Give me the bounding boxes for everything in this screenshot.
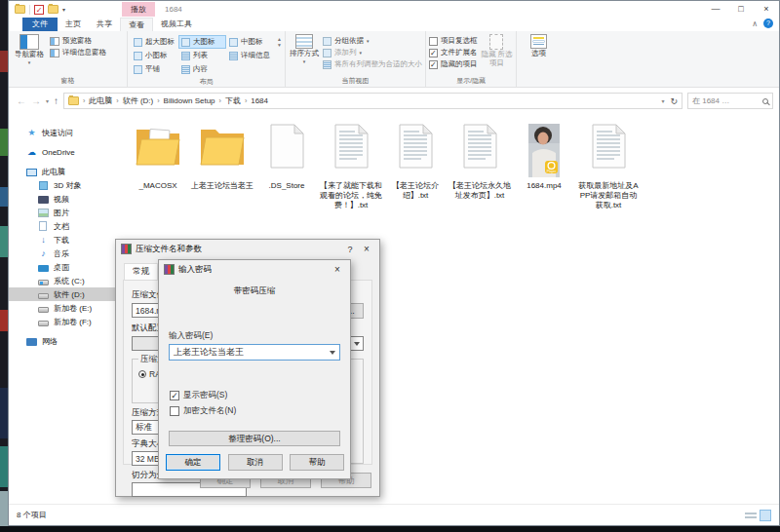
address-dropdown-chevron-icon[interactable]: ▾ [661, 97, 664, 104]
breadcrumb[interactable]: › 此电脑 › 软件 (D:) › Bilidown Setup › 下载 › … [63, 93, 682, 109]
customize-qat-chevron-icon[interactable]: ▾ [62, 6, 65, 13]
sidebar-item-drive-d[interactable]: 软件 (D:) [9, 287, 118, 301]
file-tile[interactable]: 获取最新地址及APP请发邮箱自动获取.txt [576, 124, 641, 210]
close-icon[interactable]: × [358, 244, 375, 254]
file-tile[interactable]: 【来了就能下载和观看的论坛，纯免费！】.txt [319, 124, 383, 210]
group-by-button[interactable]: 分组依据▾ [323, 36, 422, 46]
tab-view[interactable]: 查看 [120, 18, 153, 31]
sidebar-item-downloads[interactable]: ↓下载 [9, 233, 118, 247]
sidebar-item-videos[interactable]: 视频 [9, 192, 118, 206]
contextual-tab-group-label[interactable]: 播放 [122, 2, 155, 17]
scroll-down-icon[interactable]: ▼ [277, 42, 282, 48]
drive-icon [38, 307, 49, 313]
up-icon[interactable]: ↑ [54, 95, 58, 106]
new-folder-icon[interactable] [48, 5, 58, 14]
tab-home[interactable]: 主页 [58, 18, 89, 31]
view-content[interactable]: 内容 [178, 62, 226, 76]
file-tile[interactable]: _MACOSX [126, 124, 190, 191]
sidebar-item-this-pc[interactable]: 此电脑 [9, 165, 118, 178]
view-list[interactable]: 列表 [178, 49, 226, 62]
file-tile[interactable]: Player 1684.mp4 [512, 124, 576, 191]
help-icon[interactable]: ? [342, 245, 358, 254]
back-icon[interactable]: ← [17, 95, 26, 106]
close-button[interactable]: × [754, 1, 779, 18]
password-input[interactable]: 上老王论坛当老王 [169, 344, 340, 361]
tab-general[interactable]: 常规 [124, 263, 158, 280]
extra-large-icons-icon [134, 38, 142, 47]
tab-file[interactable]: 文件 [22, 18, 58, 31]
refresh-icon[interactable]: ↻ [670, 96, 678, 106]
recent-locations-chevron-icon[interactable]: ▾ [46, 97, 49, 104]
breadcrumb-downloads[interactable]: 下载 [225, 95, 241, 106]
hidden-items-label: 隐藏的项目 [441, 59, 478, 69]
collapse-ribbon-icon[interactable]: ∧ [752, 19, 758, 28]
close-icon[interactable]: × [329, 264, 346, 275]
maximize-button[interactable]: □ [728, 1, 754, 18]
view-details[interactable]: 详细信息 [226, 49, 274, 62]
breadcrumb-drive-d[interactable]: 软件 (D:) [123, 95, 154, 106]
chevron-down-icon: ▾ [367, 38, 370, 44]
organize-passwords-button[interactable]: 整理密码(O)... [169, 431, 340, 446]
view-tiles[interactable]: 平铺 [131, 62, 178, 76]
help-icon[interactable]: ? [763, 19, 773, 28]
properties-icon[interactable]: ✓ [34, 5, 44, 15]
sidebar-item-desktop[interactable]: 桌面 [9, 260, 118, 274]
breadcrumb-this-pc[interactable]: 此电脑 [89, 95, 112, 106]
details-pane-button[interactable]: 详细信息窗格 [50, 48, 106, 57]
sidebar-item-drive-f[interactable]: 新加卷 (F:) [9, 315, 118, 328]
file-extensions-checkbox[interactable]: ✓文件扩展名 [429, 48, 478, 57]
breadcrumb-1684[interactable]: 1684 [251, 96, 268, 105]
password-dialog-title: 输入密码 [178, 264, 212, 276]
sidebar-item-3d-objects[interactable]: 3D 对象 [9, 178, 118, 192]
sidebar-item-onedrive[interactable]: ☁OneDrive [9, 145, 118, 159]
password-dialog-title-bar: 输入密码 × [159, 260, 350, 279]
file-tile[interactable]: 【老王论坛介绍】.txt [383, 124, 448, 201]
sort-by-button[interactable]: 排序方式 ▾ [289, 33, 320, 64]
encrypt-names-checkbox[interactable]: 加密文件名(N) [170, 405, 350, 417]
nav-pane-button[interactable]: 导航窗格 ▾ [12, 33, 47, 65]
preview-pane-button[interactable]: 预览窗格 [50, 36, 106, 46]
chevron-down-icon: ▾ [303, 58, 306, 64]
add-columns-button[interactable]: 添加列▾ [323, 48, 422, 57]
tab-share[interactable]: 共享 [89, 18, 120, 31]
medium-icons-icon [229, 38, 238, 47]
search-input[interactable]: 在 1684 … [687, 93, 773, 109]
tab-video-tools[interactable]: 视频工具 [153, 18, 200, 31]
sidebar-item-pictures[interactable]: 图片 [9, 206, 118, 219]
view-medium-icons[interactable]: 中图标 [226, 35, 274, 49]
view-extra-large-icons[interactable]: 超大图标 [131, 35, 178, 49]
view-small-icons[interactable]: 小图标 [131, 49, 178, 62]
picture-icon [38, 209, 49, 217]
sidebar-item-network[interactable]: 网络 [9, 334, 118, 348]
sidebar-item-quick-access[interactable]: ★快速访问 [9, 126, 118, 139]
help-button[interactable]: 帮助 [290, 454, 344, 471]
hidden-items-checkbox[interactable]: ✓隐藏的项目 [429, 59, 478, 69]
layout-scroll-arrows[interactable]: ▲▼ [277, 33, 282, 51]
item-checkboxes-checkbox[interactable]: 项目复选框 [429, 36, 478, 46]
hide-selected-button[interactable]: 隐藏 所选项目 [480, 33, 513, 67]
cloud-icon: ☁ [26, 147, 37, 158]
details-view-toggle-icon[interactable] [745, 510, 757, 521]
encrypt-names-label: 加密文件名(N) [183, 405, 236, 417]
breadcrumb-bilidown-setup[interactable]: Bilidown Setup [164, 96, 215, 105]
show-password-checkbox[interactable]: ✓ 显示密码(S) [170, 390, 350, 401]
options-button[interactable]: 选项 [521, 33, 556, 58]
file-tile[interactable]: .DS_Store [254, 124, 319, 191]
large-icons-view-toggle-icon[interactable] [760, 510, 771, 521]
file-tile[interactable]: 【老王论坛永久地址发布页】.txt [448, 124, 512, 201]
sidebar-item-drive-e[interactable]: 新加卷 (E:) [9, 301, 118, 315]
cancel-button[interactable]: 取消 [228, 454, 283, 471]
sidebar-item-documents[interactable]: 文档 [9, 219, 118, 233]
minimize-button[interactable]: — [703, 1, 728, 18]
music-note-icon: ♪ [38, 248, 49, 259]
folder-icon[interactable] [15, 5, 25, 14]
fit-columns-button[interactable]: 将所有列调整为合适的大小 [323, 59, 422, 69]
file-tile[interactable]: 上老王论坛当老王 [190, 124, 254, 191]
desktop-icon [38, 265, 49, 272]
view-large-icons[interactable]: 大图标 [178, 35, 226, 49]
forward-icon[interactable]: → [31, 95, 41, 106]
sidebar-item-music[interactable]: ♪音乐 [9, 247, 118, 260]
search-icon[interactable] [762, 98, 768, 104]
ok-button[interactable]: 确定 [166, 454, 220, 471]
sidebar-item-drive-c[interactable]: 系统 (C:) [9, 274, 118, 287]
